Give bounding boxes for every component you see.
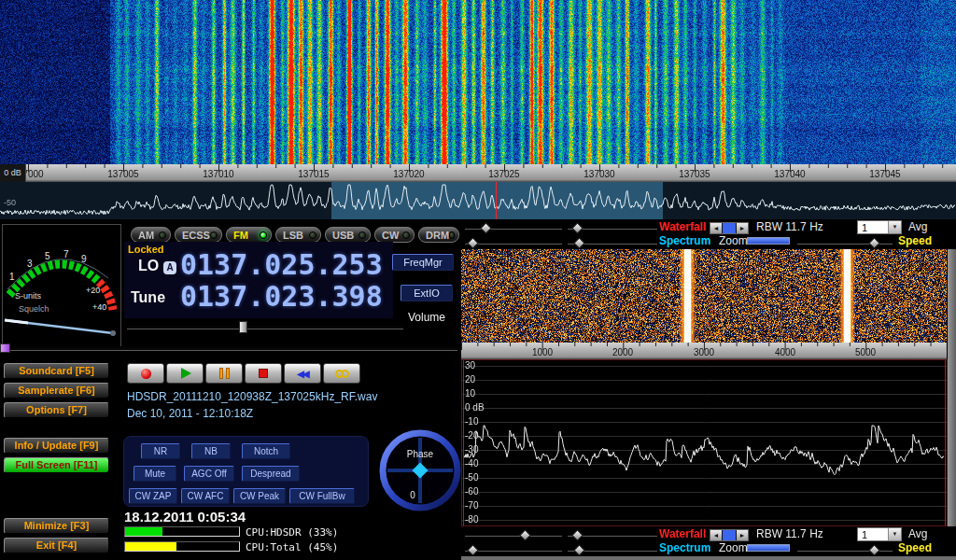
sidebar-button-info-update[interactable]: Info / Update [F9] — [4, 438, 109, 454]
sidebar-button-soundcard[interactable]: Soundcard [F5] — [4, 363, 109, 379]
zoom-right-arrow-icon[interactable]: ► — [737, 223, 748, 233]
mode-button-fm[interactable]: FM — [226, 227, 272, 243]
speed-slider[interactable] — [797, 545, 893, 556]
mode-button-usb[interactable]: USB — [325, 227, 371, 243]
waterfall-label[interactable]: Waterfall — [659, 528, 706, 541]
spectrum-offset-slider[interactable] — [568, 238, 657, 249]
tune-frequency-display[interactable]: 0137.023.398 — [180, 283, 383, 311]
squelch-slider-thumb[interactable] — [0, 343, 10, 353]
slider-thumb[interactable] — [467, 237, 479, 249]
waterfall-brightness-slider[interactable] — [568, 530, 657, 541]
dsp-button-agc-off[interactable]: AGC Off — [184, 466, 234, 482]
extio-button[interactable]: ExtIO — [401, 285, 453, 301]
s-meter-over-tick: +20 — [86, 286, 100, 295]
sidebar-button-minimize[interactable]: Minimize [F3] — [4, 518, 109, 534]
record-button[interactable] — [127, 363, 164, 384]
mode-button-lsb[interactable]: LSB — [275, 227, 321, 243]
db-tick: -60 — [465, 486, 478, 497]
db-zero-label: 0 dB — [0, 164, 26, 182]
main-waterfall-display[interactable] — [0, 0, 956, 164]
dsp-button-despread[interactable]: Despread — [242, 466, 300, 482]
zoom-level-bar[interactable] — [747, 544, 790, 552]
mode-button-ecss[interactable]: ECSS — [175, 227, 222, 243]
frequency-ruler-ticks — [0, 164, 956, 182]
spectrum-range-slider[interactable] — [465, 238, 562, 249]
avg-select[interactable]: 1 ▼ — [857, 220, 902, 234]
waterfall-contrast-slider[interactable] — [465, 223, 562, 234]
zoom-scrollbar[interactable]: ◄ ► — [710, 222, 749, 234]
slider-track — [465, 549, 562, 552]
slider-thumb[interactable] — [573, 544, 585, 556]
zoom-scrollbar[interactable]: ◄ ► — [710, 529, 749, 541]
audio-waterfall-display[interactable] — [461, 249, 947, 343]
pause-icon — [219, 368, 230, 379]
dsp-panel: NR NB Notch Mute AGC Off Despread CW ZAP… — [123, 436, 369, 507]
slider-thumb[interactable] — [571, 222, 583, 234]
dropdown-arrow-icon[interactable]: ▼ — [888, 221, 901, 233]
dsp-button-nr[interactable]: NR — [141, 443, 180, 459]
avg-select[interactable]: 1 ▼ — [857, 527, 902, 541]
dropdown-arrow-icon[interactable]: ▼ — [888, 528, 901, 540]
frequency-ruler[interactable]: 137000 137005 137010 137015 137020 13702… — [0, 164, 956, 182]
volume-slider-thumb[interactable] — [239, 321, 247, 333]
mode-button-cw[interactable]: CW — [374, 227, 415, 243]
s-meter-tick: 1 — [9, 272, 15, 282]
sidebar-button-options[interactable]: Options [F7] — [4, 402, 109, 418]
main-spectrum-display[interactable] — [0, 182, 956, 219]
window-edge — [461, 556, 956, 560]
dsp-button-cw-peak[interactable]: CW Peak — [233, 488, 286, 504]
mode-label: CW — [382, 230, 399, 241]
dsp-button-cw-fullbw[interactable]: CW FullBw — [289, 488, 355, 504]
spectrum-label[interactable]: Spectrum — [659, 542, 710, 555]
mode-button-am[interactable]: AM — [131, 227, 171, 243]
pause-button[interactable] — [205, 363, 243, 384]
loop-button[interactable] — [323, 363, 360, 384]
lo-lock-badge[interactable]: A — [163, 261, 176, 274]
dsp-button-cw-afc[interactable]: CW AFC — [181, 488, 230, 504]
db-tick: -20 — [465, 430, 478, 441]
spectrum-range-slider[interactable] — [465, 545, 562, 556]
dsp-button-mute[interactable]: Mute — [134, 466, 176, 482]
lo-frequency-display[interactable]: 0137.025.253 — [180, 251, 383, 279]
freqmgr-button[interactable]: FreqMgr — [392, 254, 454, 271]
db-tick: 0 dB — [465, 402, 485, 413]
zoom-left-arrow-icon[interactable]: ◄ — [710, 530, 722, 540]
spectrum-offset-slider[interactable] — [568, 545, 657, 556]
speed-slider[interactable] — [797, 238, 893, 249]
slider-thumb[interactable] — [519, 529, 531, 541]
zoom-left-arrow-icon[interactable]: ◄ — [710, 223, 722, 233]
play-button[interactable] — [166, 363, 204, 384]
record-icon — [141, 369, 151, 379]
slider-thumb[interactable] — [571, 529, 583, 541]
zoom-level-bar[interactable] — [747, 237, 790, 245]
sidebar-button-exit[interactable]: Exit [F4] — [4, 538, 109, 553]
rewind-button[interactable]: ◀◀ — [284, 363, 321, 384]
slider-thumb[interactable] — [573, 237, 585, 249]
slider-thumb[interactable] — [467, 544, 479, 556]
slider-thumb[interactable] — [480, 222, 492, 234]
zoom-right-arrow-icon[interactable]: ► — [737, 530, 748, 540]
zoom-scrollbar-thumb[interactable] — [722, 223, 737, 233]
rbw-label: RBW 11.7 Hz — [756, 528, 823, 541]
squelch-slider[interactable] — [1, 346, 457, 351]
waterfall-brightness-slider[interactable] — [568, 223, 657, 234]
slider-thumb[interactable] — [868, 237, 880, 249]
dsp-button-notch[interactable]: Notch — [242, 443, 290, 459]
waterfall-controls-bottom: Waterfall ◄ ► RBW 11.7 Hz 1 ▼ Avg Spectr… — [461, 527, 956, 556]
spectrum-label[interactable]: Spectrum — [659, 235, 710, 248]
phase-indicator: Phase 0 — [378, 428, 462, 512]
slider-thumb[interactable] — [868, 544, 880, 556]
dsp-button-nb[interactable]: NB — [191, 443, 231, 459]
mode-button-drm[interactable]: DRM — [418, 227, 459, 243]
dsp-button-cw-zap[interactable]: CW ZAP — [129, 488, 177, 504]
waterfall-label[interactable]: Waterfall — [659, 221, 706, 234]
sidebar-button-full-screen[interactable]: Full Screen [F11] — [4, 457, 109, 473]
db-tick: 30 — [465, 360, 475, 371]
waterfall-contrast-slider[interactable] — [465, 530, 562, 541]
audio-frequency-ruler[interactable]: 1000 2000 3000 4000 5000 — [461, 343, 947, 359]
stop-button[interactable] — [245, 363, 282, 384]
volume-slider[interactable] — [127, 325, 403, 329]
zoom-scrollbar-thumb[interactable] — [722, 530, 737, 540]
sidebar-button-samplerate[interactable]: Samplerate [F6] — [4, 383, 109, 399]
audio-spectrum-display[interactable] — [462, 360, 947, 525]
